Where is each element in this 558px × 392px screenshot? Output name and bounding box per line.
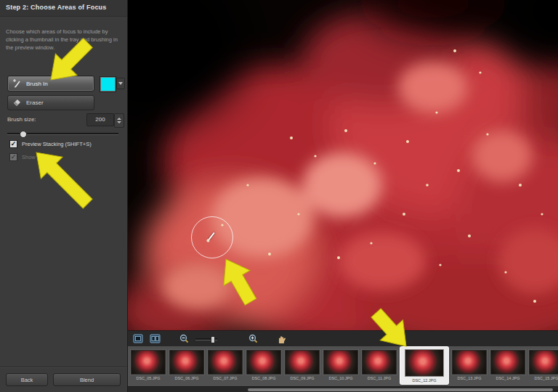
stepper-up-icon bbox=[117, 118, 121, 120]
filmstrip-thumbnail[interactable]: DSC_09.JPG bbox=[285, 350, 320, 380]
zoom-out-icon[interactable] bbox=[179, 334, 189, 343]
filmstrip-thumbnail[interactable]: DSC_10.JPG bbox=[323, 350, 358, 380]
stage: DSC_05.JPG DSC_06.JPG DSC_07.JPG DSC_08.… bbox=[128, 0, 558, 392]
brush-icon bbox=[12, 79, 22, 89]
zoom-in-icon[interactable] bbox=[248, 334, 258, 343]
thumbnail-photo bbox=[208, 350, 243, 375]
filmstrip-thumbnail[interactable]: DSC_11.JPG bbox=[362, 350, 397, 380]
compare-view-icon[interactable] bbox=[150, 334, 161, 343]
slider-handle[interactable] bbox=[20, 131, 27, 138]
single-view-icon[interactable] bbox=[133, 334, 143, 343]
filmstrip-thumbnail[interactable]: DSC_15.JPG bbox=[529, 350, 558, 380]
thumbnail-filename: DSC_07.JPG bbox=[208, 376, 243, 380]
chevron-down-icon bbox=[118, 82, 123, 85]
thumbnail-photo bbox=[323, 350, 358, 375]
thumbnail-filename: DSC_05.JPG bbox=[131, 376, 166, 380]
eraser-label: Eraser bbox=[26, 99, 44, 106]
flower-photo bbox=[128, 0, 558, 330]
filmstrip-thumbnail[interactable]: DSC_06.JPG bbox=[169, 350, 204, 380]
filmstrip-thumbnail[interactable]: DSC_05.JPG bbox=[131, 350, 166, 380]
thumbnail-filename: DSC_14.JPG bbox=[490, 376, 525, 380]
blend-button[interactable]: Blend bbox=[53, 373, 121, 386]
thumbnail-filename: DSC_06.JPG bbox=[169, 376, 204, 380]
eraser-button[interactable]: Eraser bbox=[7, 95, 94, 110]
show-strokes-checkbox[interactable]: ✓ Show Strokes bbox=[9, 153, 55, 161]
brush-color-swatch[interactable] bbox=[100, 76, 116, 92]
thumbnail-filename: DSC_11.JPG bbox=[362, 376, 397, 380]
panel-header: Step 2: Choose Areas of Focus bbox=[0, 0, 127, 17]
show-strokes-label: Show Strokes bbox=[22, 154, 55, 160]
filmstrip-thumbnail[interactable]: DSC_12.JPG bbox=[400, 347, 448, 384]
brush-size-slider[interactable] bbox=[7, 129, 118, 138]
thumbnail-photo bbox=[490, 350, 525, 375]
brush-color-dropdown-button[interactable] bbox=[116, 78, 125, 89]
thumbnail-photo bbox=[529, 350, 558, 375]
zoom-slider-handle[interactable] bbox=[211, 336, 215, 343]
brush-size-label: Brush size: bbox=[7, 116, 36, 123]
thumbnail-photo bbox=[362, 350, 397, 375]
zoom-slider[interactable] bbox=[195, 335, 217, 343]
panel-footer: Back Blend bbox=[0, 367, 127, 392]
thumbnail-photo bbox=[131, 350, 166, 375]
thumbnail-filename: DSC_10.JPG bbox=[323, 376, 358, 380]
filmstrip-thumbnail[interactable]: DSC_13.JPG bbox=[452, 350, 487, 380]
thumbnail-photo bbox=[285, 350, 320, 375]
brush-in-button[interactable]: Brush In bbox=[7, 75, 94, 91]
brush-size-input[interactable]: 200 bbox=[86, 113, 114, 126]
thumbnail-photo bbox=[246, 350, 281, 375]
step-title: Step 2: Choose Areas of Focus bbox=[0, 0, 127, 11]
filmstrip-thumbnail[interactable]: DSC_14.JPG bbox=[490, 350, 525, 380]
step-panel: Step 2: Choose Areas of Focus Choose whi… bbox=[0, 0, 128, 392]
back-button[interactable]: Back bbox=[6, 373, 48, 386]
filmstrip-thumbnail[interactable]: DSC_07.JPG bbox=[208, 350, 243, 380]
brush-in-label: Brush In bbox=[26, 81, 48, 87]
focus-stacking-window: Step 2: Choose Areas of Focus Choose whi… bbox=[0, 0, 558, 392]
tray-scrollbar[interactable] bbox=[128, 386, 558, 392]
thumbnail-photo bbox=[405, 349, 444, 377]
preview-stacking-label: Preview Stacking (SHIFT+S) bbox=[22, 141, 92, 147]
preview-canvas[interactable] bbox=[128, 0, 558, 330]
checkbox-checked-dim-icon: ✓ bbox=[9, 153, 17, 161]
thumbnail-filename: DSC_13.JPG bbox=[452, 376, 487, 380]
preview-stacking-checkbox[interactable]: ✓ Preview Stacking (SHIFT+S) bbox=[9, 140, 92, 148]
step-description: Choose which areas of focus to include b… bbox=[6, 28, 119, 52]
brush-tip-icon bbox=[208, 232, 215, 240]
thumbnail-filename: DSC_08.JPG bbox=[246, 376, 281, 380]
stepper-down-icon bbox=[117, 121, 121, 123]
thumbnail-filename: DSC_12.JPG bbox=[403, 378, 446, 383]
brush-cursor bbox=[191, 216, 233, 258]
checkbox-checked-icon: ✓ bbox=[9, 140, 17, 148]
eraser-icon bbox=[12, 98, 22, 107]
thumbnail-filename: DSC_15.JPG bbox=[529, 376, 558, 380]
filmstrip-thumbnail[interactable]: DSC_08.JPG bbox=[246, 350, 281, 380]
hand-tool-icon[interactable] bbox=[277, 334, 286, 343]
view-toolbar bbox=[128, 330, 558, 346]
filmstrip-tray: DSC_05.JPG DSC_06.JPG DSC_07.JPG DSC_08.… bbox=[128, 346, 558, 386]
thumbnail-photo bbox=[452, 350, 487, 375]
thumbnail-filename: DSC_09.JPG bbox=[285, 376, 320, 380]
brush-size-stepper[interactable] bbox=[114, 113, 124, 128]
thumbnail-photo bbox=[169, 350, 204, 375]
tray-scrollbar-handle[interactable] bbox=[248, 388, 553, 391]
